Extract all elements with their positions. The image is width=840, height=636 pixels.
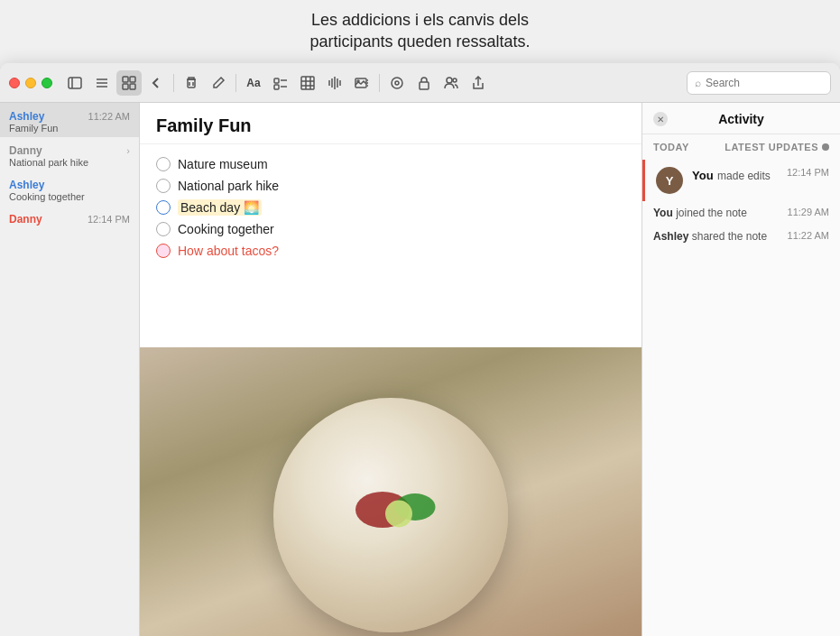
search-icon: ⌕ (695, 77, 701, 89)
toolbar-separator-3 (379, 74, 380, 92)
tooltip-line1: Les addicions i els canvis dels (231, 9, 610, 31)
activity-time-shared: 11:22 AM (788, 230, 829, 243)
svg-rect-12 (274, 78, 279, 83)
latest-dot-icon (822, 143, 829, 151)
checklist-circle-5[interactable] (156, 244, 171, 258)
sidebar-name-ashley2: Ashley (9, 179, 44, 191)
sidebar-name-danny1: Danny (9, 144, 42, 157)
traffic-lights (9, 78, 52, 88)
svg-rect-5 (123, 77, 128, 82)
activity-ashley-shared-text: Ashley shared the note (653, 230, 767, 243)
sidebar-snippet-ashley2: Cooking together (9, 191, 130, 202)
activity-header: ✕ Activity (642, 103, 840, 134)
svg-rect-9 (188, 79, 195, 88)
sidebar-time-ashley1: 11:22 AM (88, 111, 130, 122)
main-window: Aa (0, 63, 840, 636)
sidebar-name-ashley1: Ashley (9, 110, 44, 123)
sidebar-item-ashley2[interactable]: Ashley Cooking together (0, 171, 139, 206)
checklist-item-cooking[interactable]: Cooking together (156, 218, 625, 240)
sidebar-item-danny2[interactable]: Danny 12:14 PM (0, 206, 139, 229)
app-body: Ashley 11:22 AM Family Fun Danny › Natio… (0, 103, 840, 636)
search-input[interactable] (706, 77, 823, 89)
checklist-button[interactable] (268, 70, 293, 96)
activity-action-made-edits: made edits (717, 170, 771, 182)
activity-time-edits: 12:14 PM (787, 167, 829, 178)
svg-rect-6 (130, 77, 135, 82)
activity-entry-ashley-shared: Ashley shared the note 11:22 AM (642, 225, 840, 248)
note-header: Family Fun (140, 103, 642, 144)
format-text-button[interactable]: Aa (241, 70, 266, 96)
collab-button[interactable] (438, 70, 464, 96)
svg-point-34 (447, 78, 452, 83)
main-content: Family Fun Nature museum National park h… (140, 103, 642, 636)
food-topping-lime (385, 501, 412, 528)
list-view-button[interactable] (89, 70, 115, 96)
checklist-circle-3[interactable] (156, 200, 171, 215)
svg-point-31 (392, 78, 402, 88)
sidebar-item-ashley-1[interactable]: Ashley 11:22 AM Family Fun (0, 103, 139, 137)
media-button[interactable] (349, 70, 374, 96)
activity-entry-you-edits: Y You made edits 12:14 PM (642, 160, 840, 201)
activity-you-joined-text: You joined the note (653, 207, 747, 219)
checklist-circle-4[interactable] (156, 222, 171, 236)
activity-latest-label: LATEST UPDATES (725, 142, 829, 152)
activity-actor-you: You (692, 169, 714, 182)
lock-button[interactable] (411, 70, 437, 96)
tooltip-line2: participants queden ressaltats. (231, 31, 610, 52)
audio-button[interactable] (322, 70, 347, 96)
activity-info-you-edits: You made edits (692, 167, 778, 183)
close-button[interactable] (9, 78, 20, 88)
checklist-item-tacos[interactable]: How about tacos? (156, 240, 625, 262)
sidebar-snippet-ashley1: Family Fun (9, 123, 130, 134)
checklist-text-5: How about tacos? (178, 244, 279, 258)
checklist-circle-2[interactable] (156, 179, 171, 193)
activity-date-row: TODAY LATEST UPDATES (642, 134, 840, 156)
activity-entry-you-joined: You joined the note 11:29 AM (642, 201, 840, 225)
svg-point-35 (453, 78, 457, 82)
sidebar-snippet-danny1: National park hike (9, 157, 130, 168)
back-button[interactable] (143, 70, 169, 96)
minimize-button[interactable] (25, 78, 36, 88)
table-button[interactable] (295, 70, 320, 96)
svg-point-27 (357, 80, 359, 82)
food-image (140, 347, 642, 636)
checklist-text-4: Cooking together (178, 222, 274, 236)
sidebar-arrow-danny1: › (126, 145, 130, 156)
sidebar: Ashley 11:22 AM Family Fun Danny › Natio… (0, 103, 140, 636)
svg-rect-7 (123, 84, 128, 89)
search-bar[interactable]: ⌕ (687, 71, 831, 95)
activity-time-joined: 11:29 AM (788, 207, 829, 219)
toolbar-separator-2 (235, 74, 236, 92)
delete-button[interactable] (179, 70, 204, 96)
checklist-item-nature-museum[interactable]: Nature museum (156, 153, 625, 175)
svg-rect-16 (301, 77, 314, 89)
activity-close-button[interactable]: ✕ (653, 112, 668, 126)
checklist-item-park-hike[interactable]: National park hike (156, 175, 625, 197)
svg-point-32 (395, 81, 399, 85)
sidebar-item-danny1[interactable]: Danny › National park hike (0, 137, 139, 171)
share-link-button[interactable] (384, 70, 410, 96)
sidebar-time-danny2: 12:14 PM (88, 214, 130, 225)
activity-today-label: TODAY (653, 142, 689, 152)
svg-rect-8 (130, 84, 135, 89)
svg-rect-14 (274, 85, 279, 89)
share-button[interactable] (466, 70, 491, 96)
sidebar-toggle-button[interactable] (62, 70, 88, 96)
checklist-circle-1[interactable] (156, 157, 171, 171)
edit-button[interactable] (206, 70, 231, 96)
checklist-item-beach-day[interactable]: Beach day 🌅 (156, 197, 625, 218)
sidebar-name-danny2: Danny (9, 213, 42, 226)
maximize-button[interactable] (42, 78, 52, 88)
avatar-you: Y (656, 167, 683, 194)
note-body[interactable]: Nature museum National park hike Beach d… (140, 144, 642, 347)
grid-view-button[interactable] (116, 70, 142, 96)
activity-title: Activity (668, 112, 815, 126)
checklist-text-3: Beach day 🌅 (178, 200, 262, 215)
toolbar-separator-1 (173, 74, 174, 92)
svg-rect-0 (69, 78, 81, 88)
checklist-text-1: Nature museum (178, 157, 268, 171)
activity-panel: ✕ Activity TODAY LATEST UPDATES Y (642, 103, 840, 636)
note-title: Family Fun (156, 115, 252, 135)
tooltip: Les addicions i els canvis dels particip… (231, 0, 610, 60)
activity-list: Y You made edits 12:14 PM You joined the… (642, 156, 840, 252)
